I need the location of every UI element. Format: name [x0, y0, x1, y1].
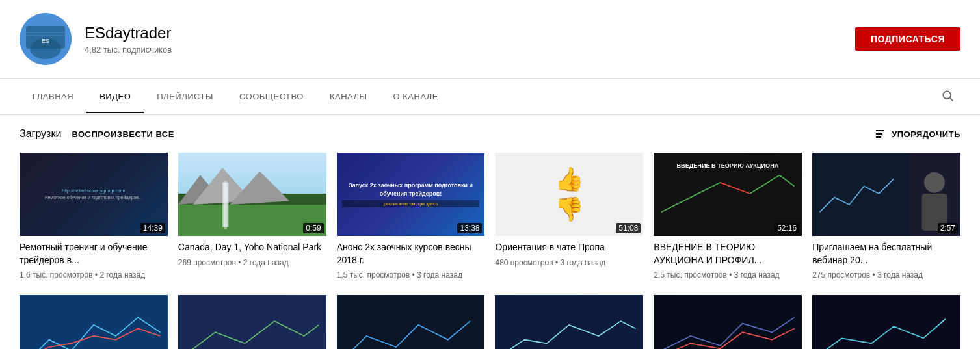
- tab-community[interactable]: СООБЩЕСТВО: [226, 81, 317, 113]
- video-title-2: Canada, Day 1, Yoho National Park: [178, 241, 326, 254]
- nav-tabs: ГЛАВНАЯ ВИДЕО ПЛЕЙЛИСТЫ СООБЩЕСТВО КАНАЛ…: [0, 79, 980, 115]
- tab-playlists[interactable]: ПЛЕЙЛИСТЫ: [144, 81, 226, 113]
- video-age-5: 3 года назад: [734, 270, 780, 279]
- video-title-4: Ориентация в чате Пропа: [495, 241, 643, 254]
- video-card-3[interactable]: Запуск 2х заочных программ подготовки и …: [337, 153, 485, 282]
- sort-button[interactable]: УПОРЯДОЧИТЬ: [876, 129, 960, 139]
- video-meta-5: 2,5 тыс. просмотров • 3 года назад: [654, 269, 802, 281]
- svg-rect-18: [224, 181, 227, 229]
- search-icon[interactable]: [934, 79, 960, 114]
- video-age-1: 2 года назад: [99, 270, 145, 279]
- duration-3: 13:38: [457, 223, 482, 233]
- svg-rect-32: [337, 295, 485, 349]
- svg-text:ВВЕДЕНИЕ В ТЕОРИЮ АУКЦИОНА: ВВЕДЕНИЕ В ТЕОРИЮ АУКЦИОНА: [677, 162, 779, 169]
- channel-info: ESdaytrader 4,82 тыс. подписчиков: [85, 24, 855, 55]
- video-card-8[interactable]: [178, 295, 326, 349]
- video-views-2: 269 просмотров: [178, 258, 236, 267]
- video-card-9[interactable]: [337, 295, 485, 349]
- video-card-2[interactable]: 0:59 Canada, Day 1, Yoho National Park 2…: [178, 153, 326, 282]
- svg-rect-35: [812, 295, 960, 349]
- svg-point-6: [943, 91, 951, 99]
- duration-2: 0:59: [303, 223, 323, 233]
- thumbnail-7: [20, 295, 168, 349]
- video-meta-4: 480 просмотров • 3 года назад: [495, 257, 643, 269]
- video-views-5: 2,5 тыс. просмотров: [654, 270, 727, 279]
- tab-about[interactable]: О КАНАЛЕ: [380, 81, 452, 113]
- video-age-4: 3 года назад: [560, 258, 605, 267]
- video-views-6: 275 просмотров: [812, 270, 870, 279]
- tab-videos[interactable]: ВИДЕО: [86, 81, 144, 113]
- duration-4: 51:08: [616, 223, 641, 233]
- subscribe-button[interactable]: ПОДПИСАТЬСЯ: [855, 27, 960, 51]
- thumbnail-11: [654, 295, 802, 349]
- section-title: Загрузки: [20, 128, 61, 140]
- video-views-1: 1,6 тыс. просмотров: [20, 270, 93, 279]
- channel-header: ES ESdaytrader 4,82 тыс. подписчиков ПОД…: [0, 0, 980, 79]
- video-title-6: Приглашаем на бесплатный вебинар 20...: [812, 241, 960, 266]
- duration-1: 14:39: [140, 223, 165, 233]
- video-title-5: ВВЕДЕНИЕ В ТЕОРИЮ АУКЦИОНА И ПРОФИЛ...: [654, 241, 802, 266]
- channel-name: ESdaytrader: [85, 24, 855, 42]
- video-meta-2: 269 просмотров • 2 года назад: [178, 257, 326, 269]
- video-card-7[interactable]: [20, 295, 168, 349]
- thumbnail-2: 0:59: [178, 153, 326, 236]
- video-card-6[interactable]: 2:57 Приглашаем на бесплатный вебинар 20…: [812, 153, 960, 282]
- thumbnail-12: [812, 295, 960, 349]
- thumbnail-9: [337, 295, 485, 349]
- video-card-11[interactable]: [654, 295, 802, 349]
- duration-6: 2:57: [938, 223, 958, 233]
- thumbnail-1: http://deltadiscoverygroup.com/ Ремотное…: [20, 153, 168, 236]
- video-title-1: Ремотный тренинг и обучение трейдеров в.…: [20, 241, 168, 266]
- sort-label: УПОРЯДОЧИТЬ: [892, 129, 960, 139]
- video-meta-1: 1,6 тыс. просмотров • 2 года назад: [20, 269, 168, 281]
- video-age-6: 3 года назад: [877, 270, 923, 279]
- thumbnail-10: [495, 295, 643, 349]
- video-grid: http://deltadiscoverygroup.com/ Ремотное…: [0, 146, 980, 295]
- duration-5: 52:16: [775, 223, 799, 233]
- video-card-5[interactable]: ВВЕДЕНИЕ В ТЕОРИЮ АУКЦИОНА 52:16 ВВЕДЕНИ…: [654, 153, 802, 282]
- svg-rect-33: [495, 295, 643, 349]
- channel-subscribers: 4,82 тыс. подписчиков: [85, 45, 855, 55]
- video-grid-row2: [0, 295, 980, 349]
- thumbnail-5: ВВЕДЕНИЕ В ТЕОРИЮ АУКЦИОНА 52:16: [654, 153, 802, 236]
- sort-icon: [876, 129, 888, 138]
- channel-avatar: ES: [20, 13, 72, 65]
- thumbnail-6: 2:57: [812, 153, 960, 236]
- video-age-2: 2 года назад: [243, 258, 289, 267]
- video-card-12[interactable]: [812, 295, 960, 349]
- svg-point-28: [924, 172, 945, 193]
- video-card-1[interactable]: http://deltadiscoverygroup.com/ Ремотное…: [20, 153, 168, 282]
- tab-channels[interactable]: КАНАЛЫ: [317, 81, 380, 113]
- svg-rect-34: [654, 295, 802, 349]
- video-card-10[interactable]: [495, 295, 643, 349]
- svg-rect-27: [812, 153, 908, 236]
- svg-line-7: [950, 98, 953, 101]
- thumbnail-4: 👍 👎 51:08: [495, 153, 643, 236]
- video-title-3: Анонс 2х заочных курсов весны 2018 г.: [337, 241, 485, 266]
- video-card-4[interactable]: 👍 👎 51:08 Ориентация в чате Пропа 480 пр…: [495, 153, 643, 282]
- tab-home[interactable]: ГЛАВНАЯ: [20, 81, 86, 113]
- section-header: Загрузки ВОСПРОИЗВЕСТИ ВСЕ УПОРЯДОЧИТЬ: [0, 115, 980, 146]
- video-meta-6: 275 просмотров • 3 года назад: [812, 269, 960, 281]
- thumbnail-3: Запуск 2х заочных программ подготовки и …: [337, 153, 485, 236]
- video-views-3: 1,5 тыс. просмотров: [337, 270, 410, 279]
- video-views-4: 480 просмотров: [495, 258, 553, 267]
- thumbnail-8: [178, 295, 326, 349]
- video-age-3: 3 года назад: [417, 270, 462, 279]
- video-meta-3: 1,5 тыс. просмотров • 3 года назад: [337, 269, 485, 281]
- section-left: Загрузки ВОСПРОИЗВЕСТИ ВСЕ: [20, 128, 174, 140]
- svg-rect-31: [178, 295, 326, 349]
- play-all-button[interactable]: ВОСПРОИЗВЕСТИ ВСЕ: [72, 129, 174, 139]
- svg-text:ES: ES: [42, 38, 49, 44]
